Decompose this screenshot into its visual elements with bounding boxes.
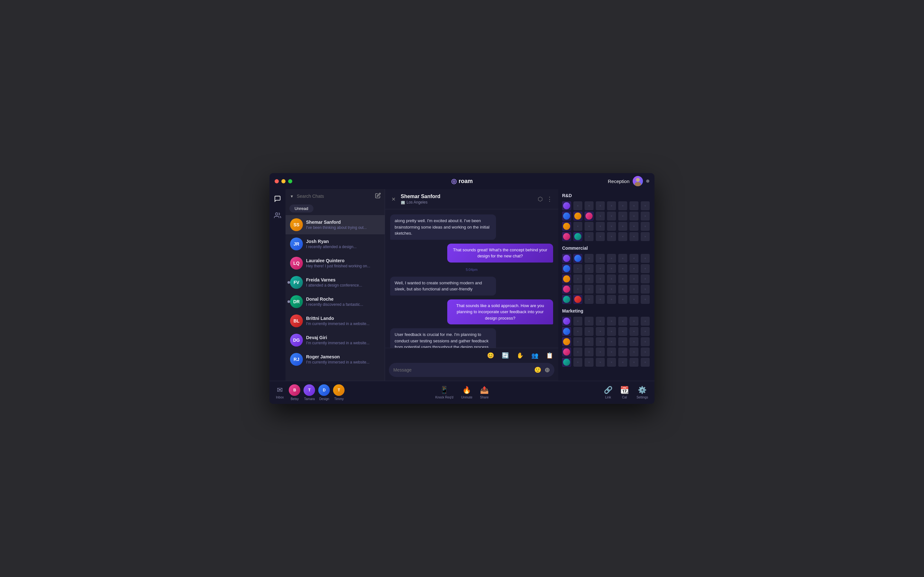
office-seat[interactable]	[641, 211, 650, 221]
reception-avatar[interactable]	[633, 176, 643, 186]
office-seat[interactable]	[562, 285, 571, 293]
office-seat[interactable]	[607, 317, 616, 326]
office-seat[interactable]	[573, 222, 582, 231]
office-seat[interactable]	[562, 327, 571, 336]
office-seat[interactable]	[641, 222, 650, 231]
office-seat[interactable]	[607, 295, 616, 304]
office-seat[interactable]	[562, 358, 571, 367]
bottom-contact-item[interactable]: DDesign	[318, 384, 330, 401]
cycle-reaction-button[interactable]: 🔄	[501, 351, 510, 360]
wave-reaction-button[interactable]: ✋	[515, 351, 525, 360]
office-seat[interactable]	[573, 327, 582, 336]
office-seat[interactable]	[618, 337, 627, 346]
office-seat[interactable]	[630, 358, 638, 367]
office-seat[interactable]	[585, 211, 594, 221]
office-seat[interactable]	[607, 232, 616, 241]
maximize-window-button[interactable]	[288, 179, 292, 183]
office-seat[interactable]	[573, 285, 582, 293]
more-options-icon[interactable]: ⋮	[547, 195, 553, 203]
office-seat[interactable]	[573, 274, 582, 284]
office-seat[interactable]	[562, 317, 571, 326]
office-seat[interactable]	[573, 232, 582, 241]
office-seat[interactable]	[562, 254, 571, 263]
office-seat[interactable]	[573, 254, 582, 263]
office-seat[interactable]	[596, 358, 605, 367]
office-seat[interactable]	[607, 285, 616, 293]
office-seat[interactable]	[573, 358, 582, 367]
office-seat[interactable]	[596, 274, 605, 284]
office-seat[interactable]	[596, 317, 605, 326]
office-seat[interactable]	[607, 337, 616, 346]
office-seat[interactable]	[585, 295, 594, 304]
office-seat[interactable]	[585, 358, 594, 367]
office-seat[interactable]	[641, 274, 650, 284]
office-seat[interactable]	[607, 274, 616, 284]
office-seat[interactable]	[630, 232, 638, 241]
nav-cal[interactable]: 📆Cal	[620, 386, 629, 399]
office-seat[interactable]	[641, 285, 650, 293]
add-attachment-button[interactable]: ⊕	[544, 366, 550, 374]
office-seat[interactable]	[596, 337, 605, 346]
office-seat[interactable]	[596, 232, 605, 241]
clipboard-reaction-button[interactable]: 📋	[545, 351, 554, 360]
office-seat[interactable]	[573, 201, 582, 210]
office-seat[interactable]	[585, 337, 594, 346]
office-seat[interactable]	[596, 285, 605, 293]
chat-list-item[interactable]: DGDevaj GiriI'm currently immersed in a …	[286, 330, 384, 350]
office-seat[interactable]	[562, 337, 571, 346]
office-seat[interactable]	[596, 211, 605, 221]
office-seat[interactable]	[596, 254, 605, 263]
office-seat[interactable]	[585, 222, 594, 231]
office-seat[interactable]	[618, 348, 627, 356]
chat-list-item[interactable]: DRDonal RocheI recently discovered a fan…	[286, 292, 384, 311]
office-seat[interactable]	[596, 201, 605, 210]
office-seat[interactable]	[585, 274, 594, 284]
office-seat[interactable]	[585, 232, 594, 241]
sidebar-icon-chat[interactable]	[272, 193, 283, 205]
office-seat[interactable]	[630, 348, 638, 356]
sidebar-icon-people[interactable]	[272, 210, 283, 221]
office-seat[interactable]	[573, 337, 582, 346]
chat-list-item[interactable]: BLBrittni LandoI'm currently immersed in…	[286, 311, 384, 330]
office-seat[interactable]	[607, 222, 616, 231]
office-seat[interactable]	[562, 295, 571, 304]
office-seat[interactable]	[607, 254, 616, 263]
office-seat[interactable]	[607, 348, 616, 356]
office-seat[interactable]	[641, 254, 650, 263]
office-seat[interactable]	[596, 348, 605, 356]
office-seat[interactable]	[618, 254, 627, 263]
office-seat[interactable]	[630, 211, 638, 221]
office-seat[interactable]	[573, 264, 582, 273]
chat-list-item[interactable]: RJRoger JamesonI'm currently immersed in…	[286, 350, 384, 369]
office-seat[interactable]	[562, 232, 571, 241]
nav-knock-req-d[interactable]: 📱Knock Req'd	[435, 386, 453, 399]
office-seat[interactable]	[596, 327, 605, 336]
emoji-reaction-button[interactable]: 😊	[486, 351, 495, 360]
office-seat[interactable]	[585, 327, 594, 336]
office-seat[interactable]	[618, 274, 627, 284]
bottom-contact-item[interactable]: TTimmy	[333, 384, 344, 401]
office-seat[interactable]	[641, 348, 650, 356]
office-seat[interactable]	[630, 327, 638, 336]
office-seat[interactable]	[607, 264, 616, 273]
office-seat[interactable]	[618, 222, 627, 231]
office-seat[interactable]	[585, 201, 594, 210]
office-seat[interactable]	[630, 264, 638, 273]
office-seat[interactable]	[573, 348, 582, 356]
office-seat[interactable]	[618, 211, 627, 221]
office-seat[interactable]	[630, 337, 638, 346]
office-seat[interactable]	[562, 201, 571, 210]
group-reaction-button[interactable]: 👥	[530, 351, 540, 360]
office-seat[interactable]	[585, 317, 594, 326]
office-seat[interactable]	[585, 285, 594, 293]
chat-list-item[interactable]: JRJosh RyanI recently attended a design.…	[286, 234, 384, 253]
office-seat[interactable]	[641, 327, 650, 336]
chat-list-item[interactable]: FVFreida VarnesI attended a design confe…	[286, 273, 384, 292]
office-seat[interactable]	[630, 201, 638, 210]
office-seat[interactable]	[573, 295, 582, 304]
office-seat[interactable]	[641, 264, 650, 273]
office-seat[interactable]	[618, 327, 627, 336]
office-seat[interactable]	[562, 264, 571, 273]
office-seat[interactable]	[618, 264, 627, 273]
office-seat[interactable]	[562, 274, 571, 284]
